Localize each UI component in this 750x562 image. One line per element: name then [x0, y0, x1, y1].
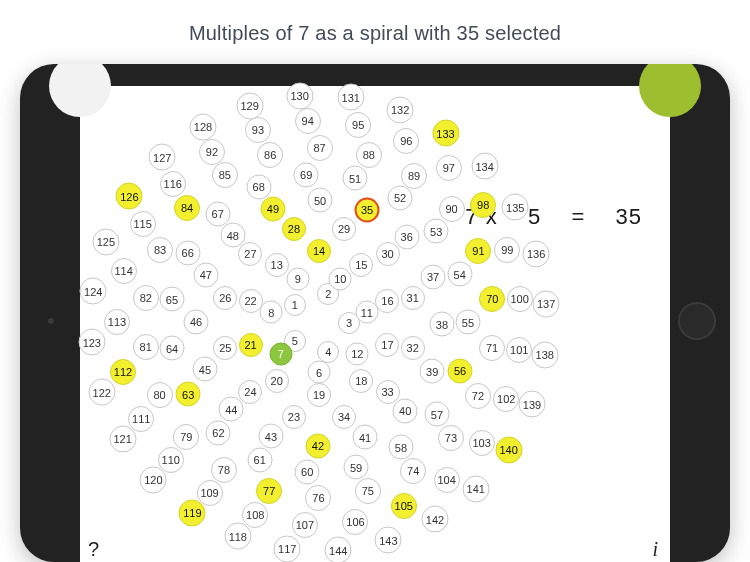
number-circle-141[interactable]: 141 [462, 475, 489, 502]
number-circle-13[interactable]: 13 [265, 253, 289, 277]
number-circle-69[interactable]: 69 [294, 162, 319, 187]
number-circle-76[interactable]: 76 [305, 485, 331, 511]
number-circle-55[interactable]: 55 [455, 310, 480, 335]
number-circle-85[interactable]: 85 [212, 162, 238, 188]
number-circle-70[interactable]: 70 [479, 286, 505, 312]
number-circle-133[interactable]: 133 [432, 120, 459, 147]
number-circle-16[interactable]: 16 [375, 289, 399, 313]
number-circle-77[interactable]: 77 [256, 478, 282, 504]
number-circle-15[interactable]: 15 [349, 253, 373, 277]
number-circle-73[interactable]: 73 [438, 425, 464, 451]
number-circle-74[interactable]: 74 [400, 458, 426, 484]
number-circle-98[interactable]: 98 [470, 192, 496, 218]
number-circle-25[interactable]: 25 [213, 336, 237, 360]
info-button[interactable]: i [652, 538, 658, 561]
number-circle-126[interactable]: 126 [116, 183, 143, 210]
number-circle-44[interactable]: 44 [219, 397, 244, 422]
number-circle-90[interactable]: 90 [439, 196, 465, 222]
number-circle-113[interactable]: 113 [104, 309, 130, 335]
number-circle-101[interactable]: 101 [506, 337, 532, 363]
number-circle-23[interactable]: 23 [282, 405, 306, 429]
number-circle-136[interactable]: 136 [523, 240, 550, 267]
number-circle-57[interactable]: 57 [424, 402, 449, 427]
number-circle-31[interactable]: 31 [401, 286, 425, 310]
number-circle-32[interactable]: 32 [401, 336, 425, 360]
number-circle-75[interactable]: 75 [355, 478, 381, 504]
number-circle-128[interactable]: 128 [190, 113, 217, 140]
number-circle-79[interactable]: 79 [173, 424, 199, 450]
number-circle-125[interactable]: 125 [92, 228, 119, 255]
number-circle-62[interactable]: 62 [206, 420, 231, 445]
number-circle-103[interactable]: 103 [469, 430, 495, 456]
number-circle-87[interactable]: 87 [307, 135, 333, 161]
number-circle-138[interactable]: 138 [531, 341, 558, 368]
help-button[interactable]: ? [88, 538, 99, 561]
number-circle-124[interactable]: 124 [80, 278, 107, 305]
number-circle-48[interactable]: 48 [220, 223, 245, 248]
number-circle-27[interactable]: 27 [238, 242, 262, 266]
number-circle-82[interactable]: 82 [133, 285, 159, 311]
number-circle-114[interactable]: 114 [111, 258, 137, 284]
number-circle-45[interactable]: 45 [192, 357, 217, 382]
number-circle-129[interactable]: 129 [236, 92, 263, 119]
number-circle-93[interactable]: 93 [245, 117, 271, 143]
number-circle-52[interactable]: 52 [388, 185, 413, 210]
number-circle-12[interactable]: 12 [346, 342, 369, 365]
number-circle-18[interactable]: 18 [349, 369, 373, 393]
number-circle-53[interactable]: 53 [424, 219, 449, 244]
number-circle-14[interactable]: 14 [307, 239, 331, 263]
number-circle-64[interactable]: 64 [160, 336, 185, 361]
number-circle-51[interactable]: 51 [343, 166, 368, 191]
number-circle-46[interactable]: 46 [184, 309, 209, 334]
number-circle-1[interactable]: 1 [284, 294, 306, 316]
number-circle-97[interactable]: 97 [436, 155, 462, 181]
number-circle-140[interactable]: 140 [495, 436, 522, 463]
number-circle-22[interactable]: 22 [239, 289, 263, 313]
number-circle-9[interactable]: 9 [286, 267, 309, 290]
number-circle-60[interactable]: 60 [295, 459, 320, 484]
number-circle-30[interactable]: 30 [376, 242, 400, 266]
number-circle-56[interactable]: 56 [448, 358, 473, 383]
number-circle-17[interactable]: 17 [375, 333, 399, 357]
number-circle-7[interactable]: 7 [269, 342, 292, 365]
number-circle-65[interactable]: 65 [159, 287, 184, 312]
number-circle-66[interactable]: 66 [175, 240, 200, 265]
number-circle-68[interactable]: 68 [246, 174, 271, 199]
number-circle-21[interactable]: 21 [239, 333, 263, 357]
number-circle-95[interactable]: 95 [345, 112, 371, 138]
number-circle-78[interactable]: 78 [211, 457, 237, 483]
number-circle-42[interactable]: 42 [305, 433, 330, 458]
number-circle-84[interactable]: 84 [174, 195, 200, 221]
number-circle-112[interactable]: 112 [110, 359, 136, 385]
number-circle-41[interactable]: 41 [353, 425, 378, 450]
number-circle-19[interactable]: 19 [307, 383, 331, 407]
number-circle-47[interactable]: 47 [193, 262, 218, 287]
number-circle-123[interactable]: 123 [78, 329, 105, 356]
number-circle-59[interactable]: 59 [344, 455, 369, 480]
number-circle-105[interactable]: 105 [391, 493, 417, 519]
number-circle-40[interactable]: 40 [393, 398, 418, 423]
number-circle-80[interactable]: 80 [147, 382, 173, 408]
number-circle-8[interactable]: 8 [260, 301, 283, 324]
number-circle-11[interactable]: 11 [355, 301, 378, 324]
number-circle-127[interactable]: 127 [149, 144, 176, 171]
number-circle-63[interactable]: 63 [176, 382, 201, 407]
number-circle-28[interactable]: 28 [282, 217, 306, 241]
number-circle-26[interactable]: 26 [213, 286, 237, 310]
number-circle-111[interactable]: 111 [128, 406, 154, 432]
number-circle-91[interactable]: 91 [465, 238, 491, 264]
number-circle-6[interactable]: 6 [308, 361, 331, 384]
number-circle-49[interactable]: 49 [260, 196, 285, 221]
number-circle-72[interactable]: 72 [465, 383, 491, 409]
number-circle-100[interactable]: 100 [507, 286, 533, 312]
number-circle-137[interactable]: 137 [533, 290, 560, 317]
number-circle-86[interactable]: 86 [257, 142, 283, 168]
number-circle-43[interactable]: 43 [258, 424, 283, 449]
number-circle-144[interactable]: 144 [325, 537, 352, 562]
number-circle-120[interactable]: 120 [140, 466, 167, 493]
number-circle-54[interactable]: 54 [447, 262, 472, 287]
number-circle-92[interactable]: 92 [199, 139, 225, 165]
number-circle-35[interactable]: 35 [355, 197, 380, 222]
number-circle-36[interactable]: 36 [394, 224, 419, 249]
number-circle-99[interactable]: 99 [494, 237, 520, 263]
